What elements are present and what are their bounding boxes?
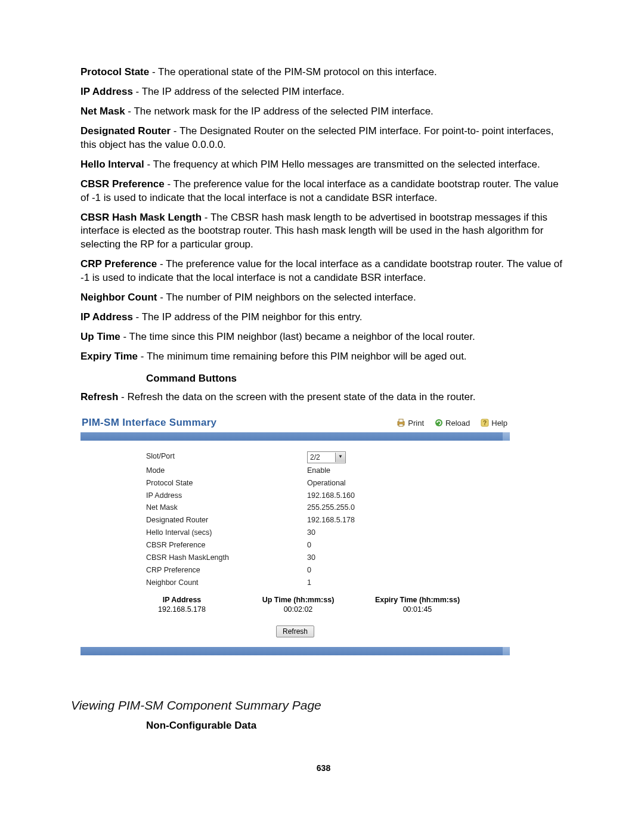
def-cbsr-hash-mask-length: CBSR Hash Mask Length - The CBSR hash ma…	[80, 211, 566, 252]
def-crp-preference: CRP Preference - The preference value fo…	[80, 258, 566, 285]
def-ip-address: IP Address - The IP address of the selec…	[80, 85, 566, 99]
section-title: Viewing PIM-SM Component Summary Page	[71, 697, 566, 714]
def-neighbor-count: Neighbor Count - The number of PIM neigh…	[80, 291, 566, 305]
row-hello-interval: Hello Interval (secs)30	[86, 527, 504, 539]
sub-heading: Non-Configurable Data	[146, 719, 566, 733]
row-mode: ModeEnable	[86, 465, 504, 477]
row-designated-router: Designated Router192.168.5.178	[86, 514, 504, 527]
def-protocol-state: Protocol State - The operational state o…	[80, 66, 566, 79]
panel-title: PIM-SM Interface Summary	[82, 416, 397, 430]
svg-rect-2	[399, 424, 403, 426]
divider-bar	[80, 432, 510, 441]
refresh-button[interactable]: Refresh	[276, 625, 314, 637]
help-button[interactable]: ? Help	[481, 418, 507, 429]
row-neighbor-count: Neighbor Count1	[86, 577, 504, 589]
print-button[interactable]: Print	[397, 418, 424, 429]
reload-icon	[435, 419, 443, 427]
command-buttons-heading: Command Buttons	[146, 372, 566, 386]
table-row: 192.168.5.178 00:02:02 00:01:45	[86, 605, 504, 615]
print-icon	[397, 419, 405, 427]
svg-text:?: ?	[483, 420, 487, 426]
chevron-down-icon: ▼	[335, 453, 345, 462]
def-refresh: Refresh - Refresh the data on the screen…	[80, 391, 566, 404]
def-net-mask: Net Mask - The network mask for the IP a…	[80, 105, 566, 119]
col-ip-address: IP Address	[86, 595, 242, 605]
def-cbsr-preference: CBSR Preference - The preference value f…	[80, 178, 566, 205]
row-ip-address: IP Address192.168.5.160	[86, 490, 504, 502]
pim-sm-summary-panel: PIM-SM Interface Summary Print Reload	[80, 415, 510, 655]
svg-rect-1	[399, 419, 403, 422]
divider-bar-bottom	[80, 647, 510, 655]
row-net-mask: Net Mask255.255.255.0	[86, 501, 504, 514]
def-ip-address-2: IP Address - The IP address of the PIM n…	[80, 311, 566, 324]
row-cbsr-hash-masklength: CBSR Hash MaskLength30	[86, 552, 504, 564]
slot-port-select[interactable]: 2/2 ▼	[307, 451, 346, 463]
help-icon: ?	[481, 419, 489, 427]
col-expiry-time: Expiry Time (hh:mm:ss)	[355, 595, 480, 605]
page-number: 638	[80, 763, 566, 774]
def-expiry-time: Expiry Time - The minimum time remaining…	[80, 350, 566, 364]
reload-button[interactable]: Reload	[435, 418, 470, 429]
col-up-time: Up Time (hh:mm:ss)	[242, 595, 355, 605]
row-crp-preference: CRP Preference0	[86, 564, 504, 577]
row-slot-port: Slot/Port 2/2 ▼	[86, 450, 504, 465]
def-designated-router: Designated Router - The Designated Route…	[80, 125, 566, 152]
row-cbsr-preference: CBSR Preference0	[86, 539, 504, 552]
svg-point-3	[435, 419, 442, 426]
def-hello-interval: Hello Interval - The frequency at which …	[80, 158, 566, 172]
neighbor-table: IP Address Up Time (hh:mm:ss) Expiry Tim…	[86, 595, 504, 615]
row-protocol-state: Protocol StateOperational	[86, 477, 504, 490]
def-up-time: Up Time - The time since this PIM neighb…	[80, 330, 566, 344]
